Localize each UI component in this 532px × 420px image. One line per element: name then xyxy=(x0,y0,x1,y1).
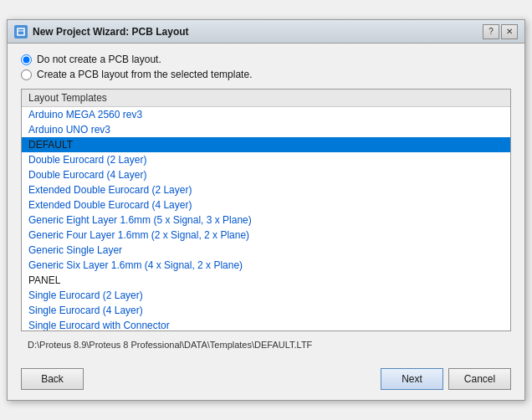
list-item[interactable]: DEFAULT xyxy=(22,137,510,152)
app-icon xyxy=(14,25,28,38)
list-item[interactable]: Extended Double Eurocard (2 Layer) xyxy=(22,182,510,197)
list-header: Layout Templates xyxy=(22,90,510,107)
radio-input2[interactable] xyxy=(21,69,32,80)
list-item[interactable]: Generic Eight Layer 1.6mm (5 x Signal, 3… xyxy=(22,213,510,228)
list-item[interactable]: Extended Double Eurocard (4 Layer) xyxy=(22,197,510,213)
next-button[interactable]: Next xyxy=(381,368,443,390)
list-item[interactable]: Generic Four Layer 1.6mm (2 x Signal, 2 … xyxy=(22,228,510,243)
list-item[interactable]: PANEL xyxy=(22,273,510,288)
radio-group: Do not create a PCB layout. Create a PCB… xyxy=(21,54,511,80)
title-bar: New Project Wizard: PCB Layout ? ✕ xyxy=(8,20,524,44)
radio-option2[interactable]: Create a PCB layout from the selected te… xyxy=(21,69,511,80)
list-item[interactable]: Single Eurocard with Connector xyxy=(22,318,510,331)
radio-label1: Do not create a PCB layout. xyxy=(37,54,161,65)
list-item[interactable]: Double Eurocard (4 Layer) xyxy=(22,167,510,182)
layout-template-list[interactable]: Layout Templates Arduino MEGA 2560 rev3 … xyxy=(21,89,511,331)
list-item[interactable]: Arduino UNO rev3 xyxy=(22,122,510,137)
close-button[interactable]: ✕ xyxy=(501,24,518,39)
title-bar-controls: ? ✕ xyxy=(483,24,518,39)
back-button[interactable]: Back xyxy=(21,368,84,390)
list-item[interactable]: Single Eurocard (2 Layer) xyxy=(22,288,510,303)
title-bar-left: New Project Wizard: PCB Layout xyxy=(14,25,189,38)
list-item[interactable]: Arduino MEGA 2560 rev3 xyxy=(22,107,510,122)
cancel-button[interactable]: Cancel xyxy=(448,368,511,390)
status-path: D:\Proteus 8.9\Proteus 8 Professional\DA… xyxy=(21,336,511,353)
list-item[interactable]: Single Eurocard (4 Layer) xyxy=(22,303,510,318)
radio-option1[interactable]: Do not create a PCB layout. xyxy=(21,54,511,65)
right-buttons: Next Cancel xyxy=(381,368,511,390)
list-item[interactable]: Generic Single Layer xyxy=(22,243,510,258)
list-item[interactable]: Double Eurocard (2 Layer) xyxy=(22,152,510,167)
window-title: New Project Wizard: PCB Layout xyxy=(33,26,189,38)
footer-row: Back Next Cancel xyxy=(8,363,524,400)
wizard-window: New Project Wizard: PCB Layout ? ✕ Do no… xyxy=(7,19,525,401)
radio-input1[interactable] xyxy=(21,54,32,65)
window-content: Do not create a PCB layout. Create a PCB… xyxy=(8,44,524,363)
help-button[interactable]: ? xyxy=(483,24,499,39)
radio-label2: Create a PCB layout from the selected te… xyxy=(37,69,252,80)
list-item[interactable]: Generic Six Layer 1.6mm (4 x Signal, 2 x… xyxy=(22,258,510,273)
